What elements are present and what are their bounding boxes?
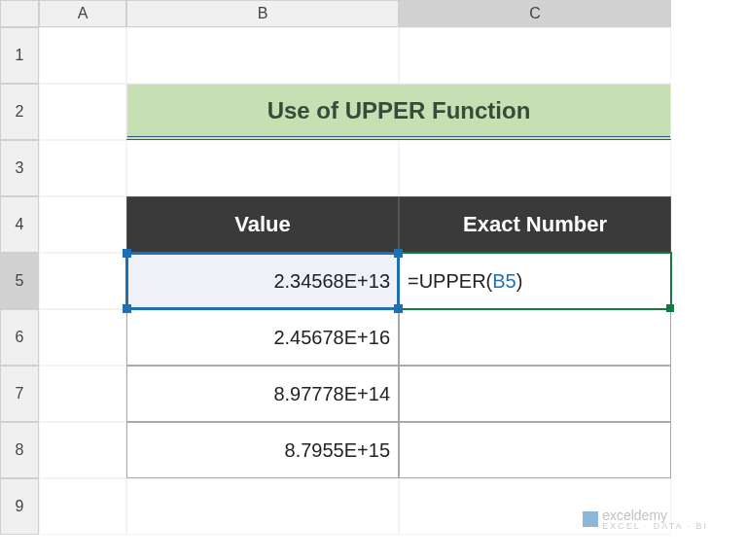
row-header-2[interactable]: 2 [0, 84, 39, 140]
watermark: exceldemy EXCEL · DATA · BI [583, 508, 708, 531]
row-header-4[interactable]: 4 [0, 196, 39, 253]
formula-prefix: =UPPER( [408, 270, 492, 293]
select-all-corner[interactable] [0, 0, 39, 27]
cell-b5[interactable]: 2.34568E+13 [126, 253, 399, 309]
cell-b8[interactable]: 8.7955E+15 [126, 422, 399, 478]
cell-b9[interactable] [126, 478, 399, 535]
col-header-a[interactable]: A [39, 0, 126, 27]
formula-suffix: ) [516, 270, 523, 293]
col-header-b[interactable]: B [126, 0, 399, 27]
cell-b7[interactable]: 8.97778E+14 [126, 366, 399, 422]
cell-a6[interactable] [39, 309, 126, 366]
cell-c8[interactable] [399, 422, 671, 478]
spreadsheet-grid: A B C 1 2 Use of UPPER Function 3 4 Valu… [0, 0, 747, 535]
watermark-tag: EXCEL · DATA · BI [602, 521, 708, 531]
cell-b6[interactable]: 2.45678E+16 [126, 309, 399, 366]
cell-c7[interactable] [399, 366, 671, 422]
cell-a9[interactable] [39, 478, 126, 535]
cell-a2[interactable] [39, 84, 126, 140]
cell-c5-active[interactable]: =UPPER(B5) [399, 253, 671, 309]
cell-c3[interactable] [399, 140, 671, 196]
watermark-logo-icon [583, 511, 598, 527]
cell-c6[interactable] [399, 309, 671, 366]
selection-handle-icon [394, 249, 403, 258]
row-header-7[interactable]: 7 [0, 366, 39, 422]
cell-b5-value: 2.34568E+13 [273, 270, 390, 293]
row-header-8[interactable]: 8 [0, 422, 39, 478]
cell-a8[interactable] [39, 422, 126, 478]
cell-a5[interactable] [39, 253, 126, 309]
cell-b1[interactable] [126, 27, 399, 84]
header-value[interactable]: Value [126, 196, 399, 253]
row-header-3[interactable]: 3 [0, 140, 39, 196]
selection-handle-icon [123, 304, 131, 313]
cell-a7[interactable] [39, 366, 126, 422]
header-exact[interactable]: Exact Number [399, 196, 671, 253]
col-header-c[interactable]: C [399, 0, 671, 27]
cell-b3[interactable] [126, 140, 399, 196]
cell-c1[interactable] [399, 27, 671, 84]
row-header-5[interactable]: 5 [0, 253, 39, 309]
cell-a4[interactable] [39, 196, 126, 253]
formula-cell-ref: B5 [492, 270, 516, 293]
row-header-1[interactable]: 1 [0, 27, 39, 84]
row-header-6[interactable]: 6 [0, 309, 39, 366]
cell-a1[interactable] [39, 27, 126, 84]
cell-a3[interactable] [39, 140, 126, 196]
row-header-9[interactable]: 9 [0, 478, 39, 535]
title-merged[interactable]: Use of UPPER Function [126, 84, 671, 140]
